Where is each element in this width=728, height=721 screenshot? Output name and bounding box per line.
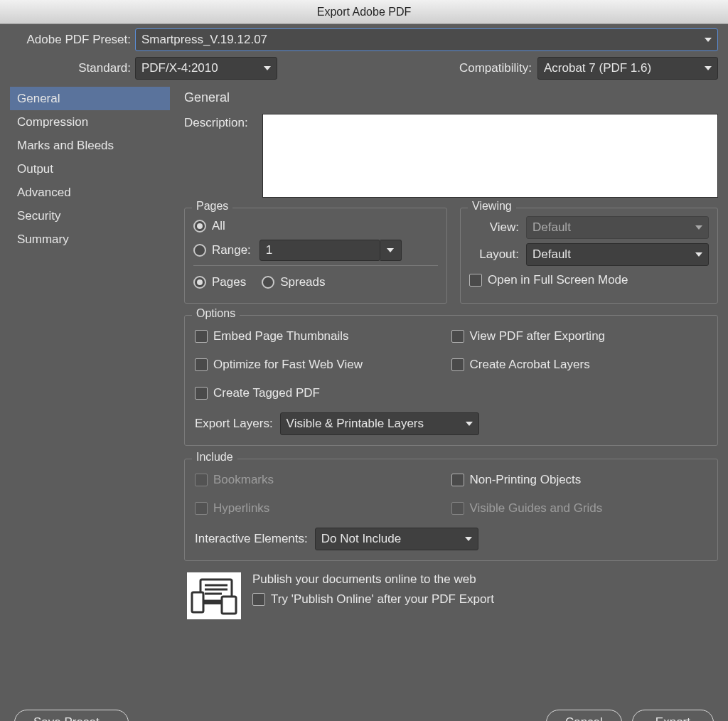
- sidebar-item-advanced[interactable]: Advanced: [10, 181, 170, 204]
- include-group: Include Bookmarks Non-Printing Objects H…: [184, 459, 718, 561]
- view-value: Default: [532, 220, 571, 235]
- range-input[interactable]: 1: [259, 240, 380, 261]
- chevron-down-icon: [705, 38, 712, 42]
- sidebar-item-output[interactable]: Output: [10, 157, 170, 181]
- chevron-down-icon: [465, 537, 472, 541]
- sidebar-item-label: General: [17, 92, 60, 106]
- cancel-label: Cancel: [565, 715, 603, 721]
- window-titlebar: Export Adobe PDF: [0, 0, 728, 24]
- viewing-legend: Viewing: [468, 200, 516, 213]
- export-layers-value: Visible & Printable Layers: [287, 417, 424, 431]
- view-after-export-checkbox[interactable]: [451, 330, 464, 343]
- bookmarks-checkbox: [195, 474, 208, 486]
- options-group: Options Embed Page Thumbnails View PDF a…: [184, 315, 718, 446]
- interactive-elements-dropdown[interactable]: Do Not Include: [315, 528, 478, 550]
- radio-all[interactable]: [193, 220, 206, 233]
- sidebar-item-security[interactable]: Security: [10, 204, 170, 228]
- description-textarea[interactable]: [262, 114, 718, 198]
- compatibility-dropdown[interactable]: Acrobat 7 (PDF 1.6): [537, 57, 718, 80]
- svg-rect-6: [222, 597, 236, 614]
- sidebar-item-label: Advanced: [17, 186, 71, 200]
- guides-checkbox: [451, 502, 464, 515]
- view-label: View:: [469, 220, 519, 235]
- interactive-elements-label: Interactive Elements:: [195, 532, 308, 546]
- sidebar-item-marks-bleeds[interactable]: Marks and Bleeds: [10, 134, 170, 157]
- chevron-down-icon: [466, 422, 473, 426]
- publish-headline: Publish your documents online to the web: [252, 572, 494, 587]
- view-dropdown: Default: [526, 216, 709, 239]
- chevron-down-icon: [387, 248, 394, 252]
- export-layers-label: Export Layers:: [195, 417, 273, 431]
- sidebar-item-summary[interactable]: Summary: [10, 228, 170, 251]
- panel-heading: General: [184, 90, 718, 105]
- tagged-pdf-label: Create Tagged PDF: [213, 386, 320, 400]
- hyperlinks-checkbox: [195, 502, 208, 515]
- pages-group: Pages All Range: 1: [184, 208, 447, 304]
- options-legend: Options: [192, 307, 240, 320]
- cancel-button[interactable]: Cancel: [546, 710, 622, 721]
- fullscreen-checkbox[interactable]: [469, 274, 482, 287]
- radio-range[interactable]: [193, 244, 206, 257]
- compatibility-label: Compatibility:: [459, 61, 532, 75]
- include-legend: Include: [192, 451, 237, 464]
- range-value: 1: [266, 243, 272, 257]
- view-after-export-label: View PDF after Exporting: [470, 329, 606, 343]
- export-label: Export: [655, 715, 690, 721]
- sidebar-item-label: Security: [17, 209, 60, 223]
- standard-label: Standard:: [10, 61, 131, 75]
- acrobat-layers-checkbox[interactable]: [451, 358, 464, 371]
- preset-label: Adobe PDF Preset:: [10, 33, 131, 47]
- sidebar-item-label: Output: [17, 162, 53, 176]
- sidebar-item-general[interactable]: General: [10, 87, 170, 110]
- radio-all-label: All: [212, 219, 225, 233]
- pages-legend: Pages: [192, 200, 232, 213]
- sidebar-item-label: Summary: [17, 233, 69, 247]
- chevron-down-icon: [695, 225, 702, 230]
- export-layers-dropdown[interactable]: Visible & Printable Layers: [280, 412, 479, 435]
- publish-online-checkbox[interactable]: [252, 593, 265, 606]
- compatibility-value: Acrobat 7 (PDF 1.6): [544, 61, 651, 75]
- radio-range-label: Range:: [212, 243, 251, 257]
- range-dropdown-button[interactable]: [380, 240, 402, 261]
- save-preset-button[interactable]: Save Preset...: [14, 710, 129, 721]
- layout-label: Layout:: [469, 247, 519, 262]
- acrobat-layers-label: Create Acrobat Layers: [470, 358, 590, 372]
- standard-value: PDF/X-4:2010: [141, 61, 218, 75]
- embed-thumbnails-checkbox[interactable]: [195, 330, 208, 343]
- tagged-pdf-checkbox[interactable]: [195, 387, 208, 400]
- non-printing-checkbox[interactable]: [451, 474, 464, 486]
- radio-pages[interactable]: [193, 276, 206, 289]
- layout-value: Default: [532, 247, 571, 262]
- publish-online-label: Try 'Publish Online' after your PDF Expo…: [271, 592, 494, 607]
- divider: [193, 265, 438, 266]
- sidebar-item-label: Compression: [17, 115, 88, 129]
- export-button[interactable]: Export: [632, 710, 714, 721]
- window-title: Export Adobe PDF: [317, 6, 412, 18]
- radio-pages-label: Pages: [212, 275, 246, 289]
- embed-thumbnails-label: Embed Page Thumbnails: [213, 329, 349, 343]
- chevron-down-icon: [264, 66, 271, 70]
- publish-online-icon: [187, 572, 241, 619]
- hyperlinks-label: Hyperlinks: [213, 501, 269, 516]
- chevron-down-icon: [705, 66, 712, 70]
- svg-rect-5: [192, 592, 203, 612]
- preset-value: Smartpress_V.19.12.07: [141, 33, 267, 47]
- category-sidebar: General Compression Marks and Bleeds Out…: [10, 87, 170, 619]
- viewing-group: Viewing View: Default Layout: Default: [460, 208, 718, 304]
- radio-spreads[interactable]: [262, 276, 274, 289]
- guides-label: Visible Guides and Grids: [470, 501, 603, 516]
- standard-dropdown[interactable]: PDF/X-4:2010: [135, 57, 277, 80]
- chevron-down-icon: [695, 252, 702, 257]
- fast-web-view-label: Optimize for Fast Web View: [213, 358, 363, 372]
- layout-dropdown[interactable]: Default: [526, 243, 709, 266]
- fast-web-view-checkbox[interactable]: [195, 358, 208, 371]
- preset-dropdown[interactable]: Smartpress_V.19.12.07: [135, 28, 718, 51]
- radio-spreads-label: Spreads: [280, 275, 325, 289]
- interactive-elements-value: Do Not Include: [321, 532, 401, 546]
- sidebar-item-compression[interactable]: Compression: [10, 110, 170, 134]
- non-printing-label: Non-Printing Objects: [470, 473, 582, 487]
- save-preset-label: Save Preset...: [33, 715, 109, 721]
- bookmarks-label: Bookmarks: [213, 473, 274, 487]
- sidebar-item-label: Marks and Bleeds: [17, 139, 114, 153]
- description-label: Description:: [184, 114, 262, 198]
